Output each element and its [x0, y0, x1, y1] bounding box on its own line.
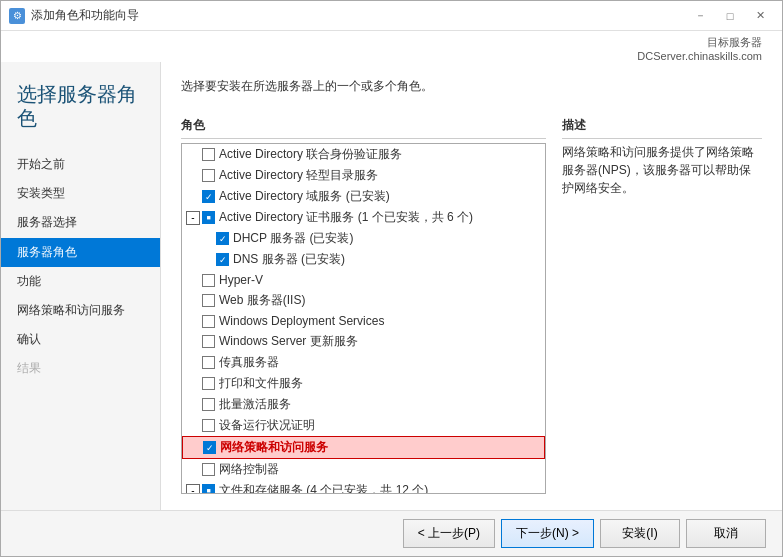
role-label: Active Directory 域服务 (已安装) [219, 188, 390, 205]
expand-icon [186, 377, 200, 391]
role-label: DNS 服务器 (已安装) [233, 251, 345, 268]
checkbox-wrapper[interactable] [202, 419, 215, 432]
role-checkbox[interactable] [203, 441, 216, 454]
checkbox-wrapper[interactable] [216, 232, 229, 245]
expand-icon [186, 398, 200, 412]
sidebar-item-features[interactable]: 功能 [1, 267, 160, 296]
role-checkbox[interactable] [216, 232, 229, 245]
role-checkbox[interactable] [202, 169, 215, 182]
role-item-dhcp[interactable]: DHCP 服务器 (已安装) [182, 228, 545, 249]
cancel-button[interactable]: 取消 [686, 519, 766, 548]
checkbox-wrapper[interactable] [202, 169, 215, 182]
role-item-nps[interactable]: 网络策略和访问服务 [182, 436, 545, 459]
role-item-ad-fs[interactable]: Active Directory 联合身份验证服务 [182, 144, 545, 165]
sidebar-item-start[interactable]: 开始之前 [1, 150, 160, 179]
role-label: 设备运行状况证明 [219, 417, 315, 434]
role-checkbox[interactable] [202, 463, 215, 476]
checkbox-wrapper[interactable] [202, 398, 215, 411]
next-button[interactable]: 下一步(N) > [501, 519, 594, 548]
title-bar-left: ⚙ 添加角色和功能向导 [9, 7, 139, 24]
checkbox-wrapper[interactable] [202, 294, 215, 307]
expand-icon[interactable] [186, 211, 200, 225]
close-button[interactable]: ✕ [746, 5, 774, 27]
role-checkbox[interactable] [202, 484, 215, 494]
role-checkbox[interactable] [202, 315, 215, 328]
role-item-ad-ds[interactable]: Active Directory 域服务 (已安装) [182, 186, 545, 207]
role-checkbox[interactable] [202, 419, 215, 432]
content-header: 选择要安装在所选服务器上的一个或多个角色。 [181, 78, 762, 107]
role-label: 文件和存储服务 (4 个已安装，共 12 个) [219, 482, 428, 494]
main-window: ⚙ 添加角色和功能向导 － □ ✕ 目标服务器 DCServer.chinask… [0, 0, 783, 557]
sidebar-nav: 开始之前 安装类型 服务器选择 服务器角色 功能 网络策略和访问服务 确认 结果 [1, 150, 160, 384]
role-item-wds[interactable]: Windows Deployment Services [182, 311, 545, 331]
role-item-ad-cs[interactable]: Active Directory 证书服务 (1 个已安装，共 6 个) [182, 207, 545, 228]
role-label: Hyper-V [219, 273, 263, 287]
checkbox-wrapper[interactable] [202, 484, 215, 494]
expand-icon [186, 463, 200, 477]
checkbox-wrapper[interactable] [202, 335, 215, 348]
top-header: 目标服务器 DCServer.chinaskills.com [1, 31, 782, 62]
role-item-vamt[interactable]: 批量激活服务 [182, 394, 545, 415]
role-item-wsus[interactable]: Windows Server 更新服务 [182, 331, 545, 352]
sidebar-item-nps[interactable]: 网络策略和访问服务 [1, 296, 160, 325]
page-title: 选择服务器角色 [1, 82, 160, 150]
role-checkbox[interactable] [202, 335, 215, 348]
expand-icon [186, 190, 200, 204]
role-label: Active Directory 轻型目录服务 [219, 167, 378, 184]
role-item-iis[interactable]: Web 服务器(IIS) [182, 290, 545, 311]
maximize-button[interactable]: □ [716, 5, 744, 27]
expand-icon [186, 273, 200, 287]
role-checkbox[interactable] [202, 294, 215, 307]
roles-panel: 角色 Active Directory 联合身份验证服务 [181, 117, 546, 494]
role-label: 网络控制器 [219, 461, 279, 478]
install-button[interactable]: 安装(I) [600, 519, 680, 548]
sidebar-item-install-type[interactable]: 安装类型 [1, 179, 160, 208]
checkbox-wrapper[interactable] [202, 190, 215, 203]
role-item-file-storage[interactable]: 文件和存储服务 (4 个已安装，共 12 个) [182, 480, 545, 494]
main-content: 选择服务器角色 开始之前 安装类型 服务器选择 服务器角色 功能 网络策略和访问… [1, 62, 782, 510]
role-item-dha[interactable]: 设备运行状况证明 [182, 415, 545, 436]
role-checkbox[interactable] [202, 356, 215, 369]
role-item-network-controller[interactable]: 网络控制器 [182, 459, 545, 480]
checkbox-wrapper[interactable] [202, 315, 215, 328]
role-item-ad-lds[interactable]: Active Directory 轻型目录服务 [182, 165, 545, 186]
expand-icon [200, 253, 214, 267]
role-label: 网络策略和访问服务 [220, 439, 328, 456]
checkbox-wrapper[interactable] [202, 211, 215, 224]
roles-list[interactable]: Active Directory 联合身份验证服务 Active Directo… [181, 143, 546, 494]
role-checkbox[interactable] [202, 398, 215, 411]
role-item-print[interactable]: 打印和文件服务 [182, 373, 545, 394]
title-bar: ⚙ 添加角色和功能向导 － □ ✕ [1, 1, 782, 31]
sidebar-item-server-roles[interactable]: 服务器角色 [1, 238, 160, 267]
role-label: DHCP 服务器 (已安装) [233, 230, 353, 247]
role-checkbox[interactable] [202, 211, 215, 224]
role-item-dns[interactable]: DNS 服务器 (已安装) [182, 249, 545, 270]
role-checkbox[interactable] [216, 253, 229, 266]
target-server-value: DCServer.chinaskills.com [637, 50, 762, 62]
role-label: Windows Server 更新服务 [219, 333, 358, 350]
window-title: 添加角色和功能向导 [31, 7, 139, 24]
role-checkbox[interactable] [202, 377, 215, 390]
checkbox-wrapper[interactable] [203, 441, 216, 454]
minimize-button[interactable]: － [686, 5, 714, 27]
prev-button[interactable]: < 上一步(P) [403, 519, 495, 548]
sidebar-item-server-select[interactable]: 服务器选择 [1, 208, 160, 237]
checkbox-wrapper[interactable] [202, 148, 215, 161]
expand-icon [186, 148, 200, 162]
role-label: Active Directory 证书服务 (1 个已安装，共 6 个) [219, 209, 473, 226]
role-checkbox[interactable] [202, 148, 215, 161]
checkbox-wrapper[interactable] [202, 274, 215, 287]
role-item-fax[interactable]: 传真服务器 [182, 352, 545, 373]
description-panel: 描述 网络策略和访问服务提供了网络策略服务器(NPS)，该服务器可以帮助保护网络… [562, 117, 762, 494]
checkbox-wrapper[interactable] [202, 463, 215, 476]
role-checkbox[interactable] [202, 190, 215, 203]
sidebar-item-confirm[interactable]: 确认 [1, 325, 160, 354]
checkbox-wrapper[interactable] [202, 377, 215, 390]
footer: < 上一步(P) 下一步(N) > 安装(I) 取消 [1, 510, 782, 556]
expand-icon [200, 232, 214, 246]
role-item-hyperv[interactable]: Hyper-V [182, 270, 545, 290]
checkbox-wrapper[interactable] [216, 253, 229, 266]
checkbox-wrapper[interactable] [202, 356, 215, 369]
role-checkbox[interactable] [202, 274, 215, 287]
expand-icon[interactable] [186, 484, 200, 495]
